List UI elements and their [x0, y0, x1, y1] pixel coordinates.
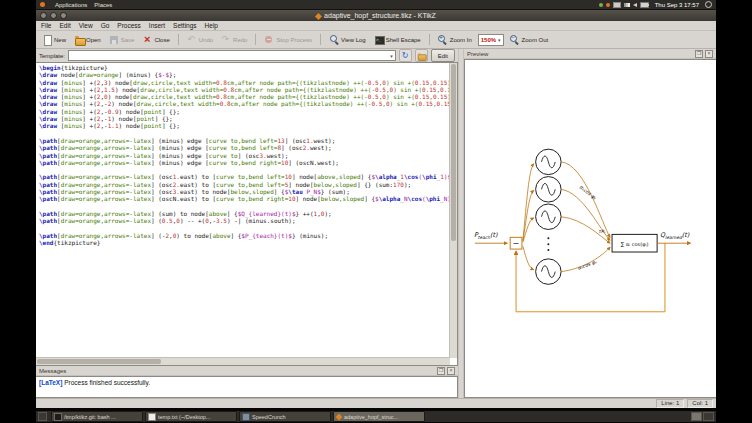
- zoom-out-button[interactable]: −Zoom Out: [508, 34, 551, 46]
- editor-horizontal-scrollbar[interactable]: [36, 357, 450, 365]
- open-button[interactable]: Open: [72, 34, 103, 46]
- panel-menu-places[interactable]: Places: [94, 2, 112, 8]
- code-line: \path[draw=orange,arrows=-latex] (osc3.e…: [39, 188, 449, 195]
- float-dock-button[interactable]: ❐: [695, 50, 703, 58]
- ktikz-window: adaptive_hopf_structure.tikz - KTikZ Fil…: [36, 9, 716, 408]
- menu-settings[interactable]: Settings: [173, 22, 197, 29]
- distro-logo-icon[interactable]: [40, 2, 45, 7]
- toolbar-label: Zoom Out: [522, 37, 549, 43]
- reload-template-button[interactable]: ↻: [399, 49, 412, 62]
- message-text: Process finished successfully.: [62, 379, 150, 386]
- preview-panel: Pteach(t) −: [464, 59, 716, 398]
- scrollbar-thumb[interactable]: [37, 359, 161, 364]
- preview-title: Preview: [467, 51, 488, 57]
- scrollbar-thumb[interactable]: [451, 64, 456, 241]
- open-folder-icon: [74, 35, 84, 45]
- volume-icon[interactable]: [633, 3, 637, 7]
- code-line: \path[draw=orange,arrows=-latex] (oscN.e…: [39, 195, 449, 202]
- template-combo[interactable]: ▾: [68, 50, 396, 61]
- save-button[interactable]: Save: [107, 34, 137, 46]
- clock[interactable]: Thu Sep 3 17:57: [655, 2, 699, 8]
- code-line: [39, 225, 449, 232]
- network-icon[interactable]: [624, 3, 630, 7]
- code-line: \path[draw=orange,arrows=-latex] (minus)…: [39, 152, 449, 159]
- app-icon: [315, 13, 322, 20]
- close-button[interactable]: Close: [140, 34, 171, 46]
- preview-column: Preview ❐ ×: [464, 49, 716, 398]
- stop-process-button[interactable]: Stop Process: [262, 34, 314, 46]
- indicator-app-icon[interactable]: [599, 3, 603, 7]
- chevron-down-icon: ▾: [498, 37, 501, 43]
- minus-node-label: −: [513, 239, 520, 248]
- taskbar-window-button[interactable]: /tmp/ktikz.git: bash ...: [51, 411, 143, 422]
- close-dock-button[interactable]: ×: [705, 50, 713, 58]
- taskbar-window-button[interactable]: temp.txt (~/Desktop...: [145, 411, 237, 422]
- menu-insert[interactable]: Insert: [149, 22, 165, 29]
- messages-title: Messages: [39, 368, 66, 374]
- system-tray: Thu Sep 3 17:57: [599, 1, 712, 8]
- indicator-status-icon[interactable]: [606, 3, 610, 7]
- toolbar-label: Zoom In: [450, 37, 472, 43]
- battery-icon[interactable]: [640, 2, 649, 8]
- menu-view[interactable]: View: [79, 22, 93, 29]
- edit-template-button[interactable]: Edit: [431, 49, 455, 62]
- code-editor[interactable]: \begin{tikzpicture}\draw node[draw=orang…: [36, 62, 458, 366]
- template-label: Template:: [39, 53, 65, 59]
- code-line: [39, 166, 449, 173]
- taskbar-window-label: /tmp/ktikz.git: bash ...: [64, 414, 116, 420]
- menu-file[interactable]: File: [41, 22, 51, 29]
- menu-edit[interactable]: Edit: [59, 22, 70, 29]
- reload-icon: ↻: [402, 52, 409, 60]
- float-dock-button[interactable]: ❐: [437, 367, 445, 375]
- close-dock-button[interactable]: ×: [447, 367, 455, 375]
- messages-dock-header: Messages ❐ ×: [36, 366, 458, 376]
- magnifier-sign: −: [511, 34, 515, 40]
- output-signal-label: Qlearned(t): [660, 231, 690, 239]
- chevron-down-icon: ▾: [390, 53, 393, 59]
- ktikz-icon: [336, 413, 343, 420]
- code-line: \end{tikzpicture}: [39, 239, 449, 246]
- input-signal-label: Pteach(t): [474, 231, 498, 239]
- workspace-2[interactable]: [703, 412, 714, 421]
- dock-buttons: ❐ ×: [437, 367, 455, 375]
- editor-column: Template: ▾ ↻ Edit \begin{tikzpicture}\d…: [36, 49, 458, 398]
- taskbar-window-label: temp.txt (~/Desktop...: [158, 414, 210, 420]
- show-desktop-button[interactable]: [38, 412, 47, 421]
- desktop: ApplicationsPlaces Thu Sep 3 17:57: [36, 0, 716, 423]
- open-folder-icon: [417, 52, 425, 60]
- redo-button[interactable]: Redo: [219, 34, 249, 46]
- taskbar-window-button[interactable]: adaptive_hopf_struc...: [333, 411, 425, 422]
- status-line: Line: 1: [656, 399, 684, 408]
- code-line: \path[draw=orange,arrows=-latex] (minus)…: [39, 144, 449, 151]
- magnifier-sign: +: [439, 34, 443, 40]
- menu-help[interactable]: Help: [205, 22, 218, 29]
- window-title: adaptive_hopf_structure.tikz - KTikZ: [36, 12, 716, 19]
- menu-go[interactable]: Go: [101, 22, 110, 29]
- undo-button[interactable]: Undo: [185, 34, 215, 46]
- workspace-1[interactable]: [691, 412, 702, 421]
- titlebar[interactable]: adaptive_hopf_structure.tikz - KTikZ: [36, 10, 716, 21]
- zoom-level-combo[interactable]: 150%▾: [478, 34, 504, 46]
- mail-icon[interactable]: [613, 2, 621, 8]
- mid-edge-label: τPₙ: [598, 229, 605, 234]
- dock-buttons: ❐ ×: [695, 50, 713, 58]
- code-line: \draw [minus] +(2,-0.9) node[point] {};: [39, 108, 449, 115]
- shell-escape-button[interactable]: Shell Escape: [372, 34, 423, 46]
- status-bar: Line: 1 Col: 1: [36, 398, 716, 408]
- power-icon[interactable]: [705, 1, 712, 8]
- menu-process[interactable]: Process: [117, 22, 140, 29]
- view-log-button[interactable]: View Log: [327, 34, 368, 46]
- zoom-in-button[interactable]: +Zoom In: [436, 34, 474, 46]
- code-area[interactable]: \begin{tikzpicture}\draw node[draw=orang…: [39, 64, 449, 357]
- preview-dock-header: Preview ❐ ×: [464, 49, 716, 59]
- taskbar-window-button[interactable]: SpeedCrunch: [239, 411, 331, 422]
- editor-vertical-scrollbar[interactable]: [449, 63, 457, 358]
- panel-menu-applications[interactable]: Applications: [55, 2, 87, 8]
- code-line: \begin{tikzpicture}: [39, 64, 449, 71]
- new-button[interactable]: New: [40, 34, 68, 46]
- code-line: \path[draw=orange,arrows=-latex] (-2,0) …: [39, 232, 449, 239]
- status-col: Col: 1: [687, 399, 713, 408]
- open-template-button[interactable]: [415, 49, 428, 62]
- toolbar-separator: [255, 34, 256, 45]
- menu-bar: FileEditViewGoProcessInsertSettingsHelp: [36, 21, 716, 31]
